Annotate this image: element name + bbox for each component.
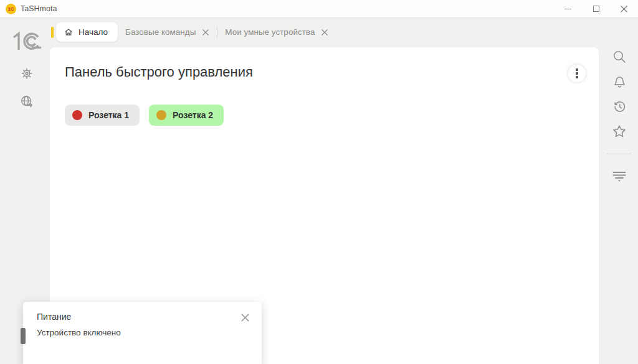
home-icon [64, 27, 74, 37]
history-button[interactable] [612, 99, 627, 114]
search-button[interactable] [612, 49, 627, 64]
toast-message: Устройство включено [37, 328, 121, 337]
toast-title: Питание [37, 312, 71, 322]
history-icon [612, 100, 627, 114]
device-button-socket2[interactable]: Розетка 2 [149, 105, 224, 126]
toast-drag-handle[interactable] [21, 328, 26, 344]
minimize-icon [564, 9, 571, 9]
tab-home[interactable]: Начало [56, 22, 118, 42]
web-service-icon [20, 95, 34, 108]
close-icon [240, 313, 250, 322]
maximize-icon [593, 6, 599, 12]
right-toolbar [599, 19, 638, 364]
settings-button[interactable] [19, 66, 34, 81]
maximize-button[interactable] [582, 0, 610, 17]
tab-smart-devices[interactable]: Мои умные устройства [217, 22, 336, 42]
notifications-button[interactable] [612, 74, 627, 89]
status-dot-red [72, 110, 82, 120]
tab-smart-devices-label: Мои умные устройства [225, 27, 315, 37]
search-icon [612, 49, 627, 64]
active-tab-indicator [51, 27, 54, 38]
notifications-bell-icon [612, 75, 627, 89]
close-button[interactable] [610, 0, 638, 17]
toast-close-button[interactable] [239, 312, 250, 323]
window-controls [554, 0, 638, 17]
tab-basic-commands[interactable]: Базовые команды [118, 22, 217, 42]
status-dot-amber [156, 110, 166, 120]
favorites-button[interactable] [612, 124, 627, 139]
more-actions-button[interactable] [568, 65, 586, 82]
app-logo-icon: 1С [6, 4, 16, 14]
web-service-button[interactable] [19, 94, 34, 109]
device-label: Розетка 1 [88, 110, 129, 120]
minimize-button[interactable] [554, 0, 582, 17]
window-title: TaSHmota [21, 4, 57, 13]
notification-toast: Питание Устройство включено [23, 302, 262, 364]
functions-menu-button[interactable] [612, 167, 627, 182]
tab-close-icon[interactable] [202, 29, 209, 36]
device-label: Розетка 2 [173, 110, 213, 120]
close-icon [620, 5, 628, 13]
tab-bar: Начало Базовые команды Мои умные устройс… [51, 22, 336, 42]
1c-logo [9, 28, 43, 54]
toolbar-divider [607, 154, 632, 154]
favorites-star-icon [612, 124, 627, 139]
tab-home-label: Начало [79, 27, 108, 37]
device-button-socket1[interactable]: Розетка 1 [65, 105, 140, 126]
device-buttons-row: Розетка 1 Розетка 2 [65, 105, 224, 126]
tab-close-icon[interactable] [321, 29, 328, 36]
functions-menu-icon [612, 167, 627, 182]
page-title: Панель быстрого управления [65, 64, 253, 80]
settings-icon [20, 67, 34, 80]
kebab-icon [576, 68, 578, 71]
title-bar: 1С TaSHmota [0, 0, 638, 18]
tab-basic-commands-label: Базовые команды [125, 27, 196, 37]
